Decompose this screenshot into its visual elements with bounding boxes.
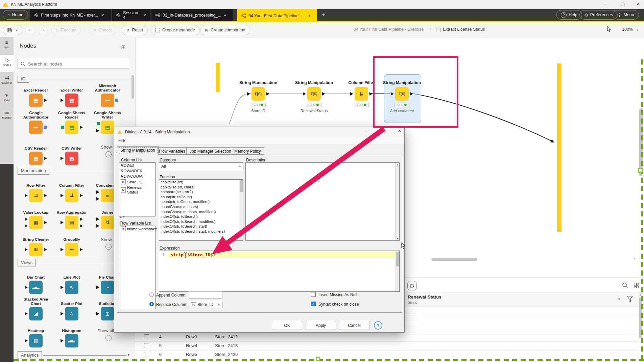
cancel-dialog-button[interactable]: Cancel <box>339 321 370 330</box>
list-item[interactable]: ROWINDEX <box>119 168 155 174</box>
node-comment[interactable]: Store ID <box>236 109 280 113</box>
column-filter-icon[interactable]: ⇊ <box>355 87 368 101</box>
table-row[interactable]: 6 Row5 Store_2420 <box>135 350 639 359</box>
grid-view-icon[interactable]: ⊞ <box>121 44 125 50</box>
node-item-column-filter[interactable]: Column Filter ⇊ <box>54 178 89 202</box>
window-minimize-button[interactable]: – <box>601 1 611 6</box>
workflow-node-string-manipulation-1[interactable]: String Manipulation F[S] Store ID <box>236 80 280 113</box>
selection-handle[interactable] <box>638 168 643 173</box>
save-button[interactable]: ∨ <box>3 25 22 35</box>
list-item[interactable]: ROWCOUNT <box>119 174 155 179</box>
window-maximize-button[interactable]: ▢ <box>618 1 627 6</box>
tab-close-icon[interactable]: ✕ <box>143 13 146 18</box>
function-list[interactable]: capitalize(str) capitalize(str, chars) c… <box>159 179 243 241</box>
function-item[interactable]: countChars(str, chars, modifiers) <box>159 209 243 214</box>
expression-scrollbar[interactable] <box>396 251 399 291</box>
row-checkbox[interactable] <box>144 352 149 357</box>
node-item-excel-reader[interactable]: Excel Reader ▦ <box>18 83 53 107</box>
tab-your-first-data-pipeline[interactable]: 04 Your First Data Pipeline - ... ● <box>237 9 317 22</box>
rail-item-nodes[interactable]: ◇ Nodes <box>0 55 14 72</box>
show-all-link-io[interactable]: Show <box>101 145 112 150</box>
rail-item-explorer[interactable]: ▤ Explorer <box>0 72 14 90</box>
table-settings-sliders-icon[interactable] <box>634 282 640 288</box>
dialog-help-button[interactable]: ? <box>374 321 382 330</box>
show-all-link-views[interactable]: Show all <box>97 328 114 333</box>
section-label-io[interactable]: IO <box>18 75 29 83</box>
create-metanode-button[interactable]: Create metanode <box>151 25 200 35</box>
zoom-level[interactable]: 100% <box>622 27 633 32</box>
reset-button[interactable]: ↺ Reset <box>122 25 148 35</box>
tab-close-icon[interactable]: ✕ <box>101 13 104 18</box>
function-item[interactable]: count(str, toCount, modifiers) <box>159 199 243 204</box>
dialog-tab-memory-policy[interactable]: Memory Policy <box>231 147 264 155</box>
collapse-caret-icon[interactable]: ▼ <box>127 353 130 357</box>
help-button[interactable]: ? Help <box>556 10 582 20</box>
redo-button[interactable]: ↷ <box>38 25 48 35</box>
function-item[interactable]: indexOf(str, toSearch, modifiers) <box>159 219 243 224</box>
expression-code[interactable]: strip($Store_ID$) <box>171 252 215 257</box>
dialog-titlebar[interactable]: Dialog - 8:9:14 - String Manipulation <box>114 127 404 137</box>
panel-scrollbar[interactable] <box>132 75 134 99</box>
ok-button[interactable]: OK <box>272 321 302 330</box>
tab-home[interactable]: ⌂ Home <box>3 10 28 20</box>
dialog-maximize-button[interactable]: ▢ <box>378 128 389 133</box>
annotation-bar-left[interactable] <box>216 63 220 92</box>
table-search-icon[interactable] <box>622 282 628 288</box>
list-item[interactable]: ROWID <box>119 163 155 168</box>
insert-missing-checkbox[interactable] <box>311 292 316 297</box>
scroll-down-icon[interactable]: ▼ <box>396 237 399 240</box>
function-item[interactable]: indexOf(str, toSearch, start) <box>159 224 243 229</box>
list-item[interactable]: S Renewal Status <box>119 185 155 195</box>
node-item-csv-writer[interactable]: CSV Writer ▦ <box>54 141 89 165</box>
node-item-histogram[interactable]: Histogram ▃▆▂ <box>54 324 89 347</box>
dialog-tab-flow-variables[interactable]: Flow Variables <box>156 147 189 155</box>
function-item[interactable]: countChars(str, chars) <box>159 204 243 209</box>
column-chevron-icon[interactable]: ∨ <box>618 298 620 301</box>
dialog-minimize-button[interactable]: – <box>362 128 373 133</box>
pane-splitter-icon[interactable]: ▲▼ <box>120 216 126 218</box>
category-select[interactable]: All ∨ <box>159 162 243 170</box>
scroll-thumb[interactable] <box>240 180 243 192</box>
node-item-line-plot[interactable]: Line Plot ∿ <box>54 270 89 294</box>
expression-editor[interactable]: 1 strip($Store_ID$) <box>159 251 400 292</box>
function-item[interactable]: compare(str1, str2) <box>159 189 243 195</box>
breadcrumb-node[interactable]: Extract License Status <box>443 27 485 32</box>
zoom-chevron-icon[interactable]: ∨ <box>636 28 639 31</box>
rail-item-kai[interactable]: ∗ K-AI <box>0 90 14 107</box>
function-item[interactable]: count(str, toCount) <box>159 195 243 200</box>
tab-first-steps[interactable]: First steps into KNIME - exer... ✕ <box>30 9 111 21</box>
new-tab-button[interactable]: + <box>322 11 325 18</box>
dialog-tab-string-manipulation[interactable]: String Manipulation <box>117 146 159 155</box>
file-menu[interactable]: File <box>118 138 125 143</box>
replace-column-radio[interactable] <box>149 302 154 306</box>
workflow-node-string-manipulation-2[interactable]: String Manipulation F[S] Renewal Status <box>292 80 336 113</box>
scroll-thumb[interactable] <box>396 252 399 266</box>
flow-variable-list[interactable]: s knime.workspace <box>119 226 156 309</box>
filter-funnel-icon[interactable] <box>627 296 633 303</box>
scroll-right-arrow-icon[interactable]: › <box>634 256 635 261</box>
node-item-excel-writer[interactable]: Excel Writer ▦ <box>54 83 89 107</box>
show-all-arrow-icon[interactable]: → <box>105 151 112 157</box>
window-close-button[interactable]: ✕ <box>634 1 643 6</box>
string-manipulation-icon[interactable]: F[S] <box>307 87 321 101</box>
chevron-down-icon[interactable]: ∨ <box>15 28 18 32</box>
list-item[interactable]: S Store_ID <box>119 179 155 185</box>
create-component-button[interactable]: ⊞ Create component <box>200 25 250 35</box>
node-item-heatmap[interactable]: Heatmap ▩ <box>18 324 53 347</box>
node-item-scatter-plot[interactable]: Scatter Plot ∴ <box>54 296 89 320</box>
row-checkbox[interactable] <box>144 334 149 339</box>
replace-column-select[interactable]: SStore_ID ∨ <box>189 301 222 308</box>
undo-button[interactable]: ↶ <box>25 25 35 35</box>
function-item[interactable]: capitalize(str) <box>159 180 243 185</box>
node-comment[interactable]: Renewal Status <box>292 109 336 113</box>
tab-in-database-processing[interactable]: 02_In-Database_processing_... ● <box>151 9 233 21</box>
selection-handle[interactable] <box>316 357 320 361</box>
execute-button[interactable]: ▷ Execute <box>51 25 81 35</box>
rail-item-info[interactable]: ≡ Info <box>0 37 14 55</box>
node-item-google-authenticator[interactable]: Google Authenticator ⊶ <box>18 110 53 134</box>
menu-button[interactable]: ⋮ Menu <box>613 10 639 20</box>
table-row[interactable]: 4 Row3 Store_2412 <box>135 333 639 342</box>
function-item[interactable]: indexOf(str, toSearch) <box>159 214 243 219</box>
preferences-button[interactable]: ⚙ Preferences <box>579 10 618 20</box>
row-checkbox[interactable] <box>144 343 149 348</box>
